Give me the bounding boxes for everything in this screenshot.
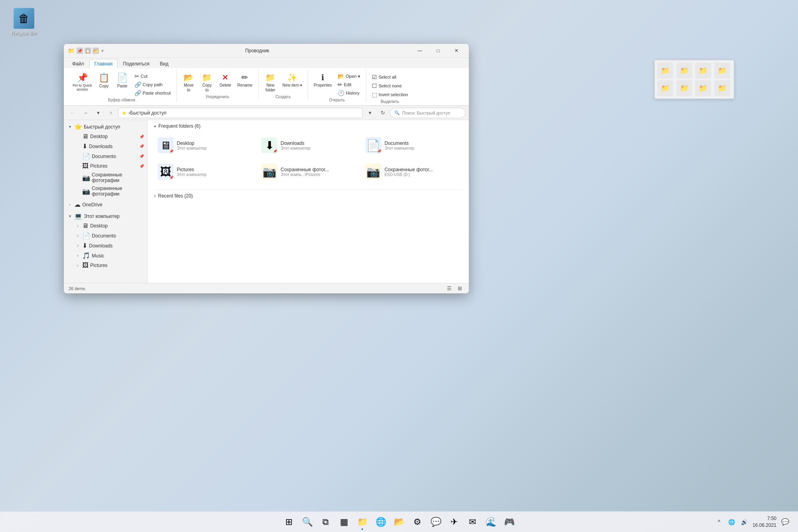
qa-item-6[interactable]: 📁	[676, 80, 692, 96]
taskbar-widgets-button[interactable]: ▦	[335, 513, 353, 531]
sidebar-quick-access[interactable]: ▾ ⭐ Быстрый доступ	[64, 122, 147, 132]
sidebar-item-desktop-pc[interactable]: › 🖥 Desktop	[72, 221, 147, 231]
folder-saved-photos-1[interactable]: 📷 Сохраненные фотог... Этот компь...\Pic…	[258, 160, 358, 183]
new-item-button[interactable]: ✨ New item ▾	[280, 71, 304, 89]
move-to-button[interactable]: 📂 Moveto	[180, 71, 198, 94]
tray-volume[interactable]: 🔊	[739, 515, 750, 529]
taskbar-wechat-button[interactable]: 💬	[427, 513, 444, 531]
taskbar-edge-button[interactable]: 🌊	[482, 513, 500, 531]
invert-selection-button[interactable]: ⬚ Invert selection	[369, 91, 411, 99]
sidebar-item-documents[interactable]: 📄 Documents 📌	[72, 151, 147, 161]
tb-pin-3[interactable]: 📂	[93, 47, 99, 54]
paste-button[interactable]: 📄 Paste	[114, 71, 131, 90]
select-all-button[interactable]: ☑ Select all	[369, 73, 411, 81]
search-box[interactable]: 🔍 Поиск: Быстрый доступ	[390, 108, 466, 118]
tray-chevron[interactable]: ^	[713, 515, 725, 529]
folder-documents-info: Documents Этот компьютер	[385, 140, 459, 150]
taskbar-chrome-button[interactable]: 🌐	[372, 513, 389, 531]
sidebar-item-music-pc[interactable]: › 🎵 Music	[72, 251, 147, 261]
copy-path-button[interactable]: 🔗 Copy path	[132, 81, 173, 89]
copy-label: Copy	[99, 84, 109, 89]
qa-item-7[interactable]: 📁	[695, 80, 711, 96]
tab-share[interactable]: Поделиться	[118, 59, 154, 68]
qa-item-2[interactable]: 📁	[676, 63, 692, 79]
history-button[interactable]: 🕐 History	[335, 89, 363, 97]
sidebar-item-saved-photos-1[interactable]: 📷 Сохраненные фотографии	[72, 171, 147, 184]
tab-file[interactable]: Файл	[67, 59, 89, 68]
sidebar-item-downloads[interactable]: ⬇ Downloads 📌	[72, 141, 147, 151]
taskbar-telegram-button[interactable]: ✈	[445, 513, 463, 531]
tile-view-button[interactable]: ⊞	[455, 284, 464, 293]
rename-button[interactable]: ✏ Rename	[235, 71, 255, 89]
paste-shortcut-button[interactable]: 🔗 Paste shortcut	[132, 89, 173, 97]
taskbar-start-button[interactable]: ⊞	[280, 513, 298, 531]
close-button[interactable]: ✕	[447, 44, 466, 58]
taskbar-settings-button[interactable]: ⚙	[409, 513, 426, 531]
qa-item-1[interactable]: 📁	[657, 63, 673, 79]
minimize-button[interactable]: —	[411, 44, 429, 58]
tb-pin-2[interactable]: 📋	[85, 47, 91, 54]
taskbar-files-button[interactable]: 📂	[390, 513, 408, 531]
select-buttons: ☑ Select all ☐ Select none ⬚ Invert sele…	[369, 70, 411, 99]
cut-button[interactable]: ✂ Cut	[132, 72, 173, 80]
qa-item-4[interactable]: 📁	[714, 63, 730, 79]
sidebar-item-saved-photos-2[interactable]: 📷 Сохраненные фотографии	[72, 184, 147, 198]
frequent-chevron: ▾	[154, 124, 156, 129]
tab-view[interactable]: Вид	[154, 59, 174, 68]
files-icon: 📂	[394, 517, 405, 527]
clock[interactable]: 7:50 16.06.2021	[753, 515, 776, 529]
sidebar-this-pc[interactable]: ▾ 💻 Этот компьютер	[64, 211, 147, 221]
frequent-folders-header[interactable]: ▾ Frequent folders (6)	[154, 123, 462, 129]
tb-pin-1[interactable]: 📌	[77, 47, 83, 54]
frequent-folders-label: Frequent folders (6)	[158, 123, 200, 129]
saved-2-icon: 📷	[366, 165, 380, 178]
open-button[interactable]: 📂 Open ▾	[335, 72, 363, 80]
edit-button[interactable]: ✏ Edit	[335, 81, 363, 89]
recent-files-header[interactable]: › Recent files (20)	[154, 190, 462, 202]
delete-button[interactable]: ✕ Delete	[217, 71, 234, 89]
maximize-button[interactable]: □	[429, 44, 447, 58]
taskbar-xbox-button[interactable]: 🎮	[500, 513, 518, 531]
ribbon-group-open: ℹ Properties 📂 Open ▾ ✏ Edit �	[308, 70, 366, 102]
tab-home[interactable]: Главная	[89, 59, 118, 68]
new-buttons: 📁 Newfolder ✨ New item ▾	[262, 70, 304, 94]
folder-downloads[interactable]: ⬇ 📌 Downloads Этот компьютер	[258, 134, 358, 157]
list-view-button[interactable]: ☰	[445, 284, 454, 293]
back-button[interactable]: ←	[67, 107, 78, 119]
sidebar-item-documents-pc[interactable]: › 📄 Documents	[72, 231, 147, 241]
properties-button[interactable]: ℹ Properties	[311, 71, 334, 89]
sidebar-item-pictures-pc[interactable]: › 🖼 Pictures	[72, 261, 147, 270]
folder-pictures[interactable]: 🖼 📌 Pictures Этот компьютер	[154, 160, 255, 183]
pin-to-quick-button[interactable]: 📌 Pin to Quickaccess	[70, 71, 95, 93]
qa-item-5[interactable]: 📁	[657, 80, 673, 96]
recent-locations-button[interactable]: ▾	[93, 107, 104, 119]
sidebar-onedrive[interactable]: › ☁ OneDrive	[64, 200, 147, 210]
folder-desktop[interactable]: 🖥 📌 Desktop Этот компьютер	[154, 134, 255, 157]
address-dropdown[interactable]: ▾	[364, 107, 375, 119]
up-button[interactable]: ↑	[105, 107, 117, 119]
new-folder-button[interactable]: 📁 Newfolder	[262, 71, 279, 94]
tray-network[interactable]: 🌐	[726, 515, 737, 529]
qa-item-8[interactable]: 📁	[714, 80, 730, 96]
forward-button[interactable]: →	[80, 107, 91, 119]
copy-button[interactable]: 📋 Copy	[95, 71, 113, 90]
settings-icon: ⚙	[413, 517, 421, 527]
taskbar-explorer-button[interactable]: 📁	[354, 513, 371, 531]
select-none-button[interactable]: ☐ Select none	[369, 82, 411, 90]
sidebar-item-pictures[interactable]: 🖼 Pictures 📌	[72, 161, 147, 171]
sidebar-item-desktop[interactable]: 🖥 Desktop 📌	[72, 132, 147, 141]
taskbar-search-button[interactable]: 🔍	[298, 513, 316, 531]
copy-to-button[interactable]: 📁 Copyto	[198, 71, 216, 94]
sidebar-item-downloads-pc[interactable]: › ⬇ Downloads	[72, 241, 147, 251]
recycle-bin-icon[interactable]: 🗑 Recycle Bin	[8, 8, 40, 36]
taskbar-mail-button[interactable]: ✉	[464, 513, 481, 531]
refresh-button[interactable]: ↻	[377, 107, 388, 119]
folder-documents[interactable]: 📄 📌 Documents Этот компьютер	[362, 134, 462, 157]
recycle-bin-label: Recycle Bin	[11, 30, 36, 36]
address-path[interactable]: ★ › Быстрый доступ	[118, 108, 363, 118]
notification-button[interactable]: 💬	[779, 515, 792, 529]
folder-desktop-name: Desktop	[177, 140, 251, 146]
qa-item-3[interactable]: 📁	[695, 63, 711, 79]
taskbar-taskview-button[interactable]: ⧉	[317, 513, 334, 531]
folder-saved-photos-2[interactable]: 📷 Сохраненные фотог... ESD-USB (D:)	[362, 160, 462, 183]
